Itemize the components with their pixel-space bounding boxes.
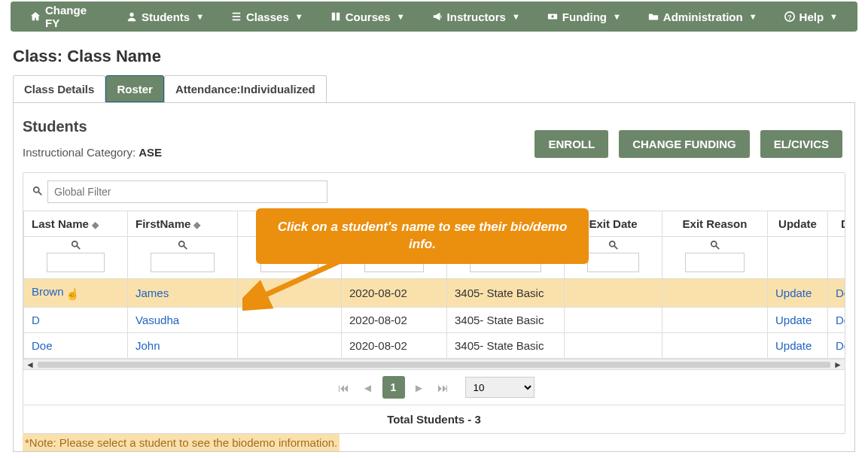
pager-first-icon[interactable]: ⏮ — [334, 376, 354, 399]
global-filter-bar — [23, 173, 845, 211]
sort-icon: ◆ — [92, 220, 99, 230]
svg-point-20 — [609, 241, 614, 247]
pager-prev-icon[interactable]: ◄ — [358, 376, 378, 399]
question-icon: ? — [784, 11, 795, 22]
home-icon — [30, 11, 41, 22]
cell-funding: 3405- State Basic — [447, 308, 565, 333]
pager-last-icon[interactable]: ⏭ — [434, 376, 453, 399]
svg-point-8 — [34, 187, 39, 192]
chevron-down-icon: ▼ — [613, 12, 621, 21]
list-icon — [231, 11, 242, 22]
svg-point-12 — [178, 241, 184, 247]
tab-attendance[interactable]: Attendance:Individualized — [164, 75, 327, 102]
cell-exit-reason — [662, 308, 768, 333]
student-last-name-link[interactable]: Brown — [32, 285, 64, 298]
roster-panel: Students Instructional Category: ASE ENR… — [13, 103, 855, 452]
student-first-name-link[interactable]: John — [136, 339, 160, 352]
filter-exit-date[interactable] — [587, 253, 639, 272]
cell-funding: 3405- State Basic — [447, 279, 565, 308]
pager: ⏮ ◄ 1 ► ⏭ 10 — [23, 369, 845, 405]
update-link[interactable]: Update — [775, 314, 812, 326]
nav-change-fy[interactable]: Change FY — [17, 2, 113, 32]
svg-point-22 — [711, 241, 716, 247]
nav-label: Funding — [562, 11, 607, 23]
cell-exit-reason — [662, 279, 768, 308]
nav-funding[interactable]: Funding ▼ — [534, 2, 635, 32]
col-exit-reason[interactable]: Exit Reason — [662, 211, 768, 237]
nav-label: Help — [799, 11, 824, 23]
update-link[interactable]: Update — [775, 287, 812, 299]
col-first-name[interactable]: FirstName◆ — [128, 211, 238, 237]
pager-current-page: 1 — [382, 376, 405, 399]
filter-exit-reason[interactable] — [685, 253, 745, 272]
enroll-button[interactable]: ENROLL — [535, 130, 608, 158]
horizontal-scrollbar[interactable]: ◄ ► — [23, 359, 845, 369]
nav-students[interactable]: Students ▼ — [113, 2, 218, 32]
global-filter-input[interactable] — [47, 180, 327, 203]
page-size-select[interactable]: 10 — [465, 377, 535, 398]
nav-instructors[interactable]: Instructors ▼ — [419, 2, 534, 32]
nav-label: Instructors — [447, 11, 506, 23]
nav-label: Classes — [246, 11, 289, 23]
svg-line-21 — [614, 246, 617, 249]
svg-line-13 — [183, 246, 186, 249]
total-students: Total Students - 3 — [23, 405, 845, 433]
search-icon — [608, 240, 619, 253]
search-icon — [32, 186, 43, 199]
cell-exit-date — [565, 308, 662, 333]
col-last-name[interactable]: Last Name◆ — [24, 211, 128, 237]
pager-next-icon[interactable]: ► — [410, 376, 429, 399]
book-icon — [330, 11, 341, 22]
bullhorn-icon — [432, 11, 443, 22]
student-last-name-link[interactable]: Doe — [32, 339, 53, 352]
tab-class-details[interactable]: Class Details — [13, 75, 105, 102]
svg-line-24 — [257, 261, 340, 299]
tab-roster[interactable]: Roster — [105, 75, 164, 102]
change-funding-button[interactable]: CHANGE FUNDING — [619, 130, 750, 158]
cell-enroll-date: 2020-08-02 — [342, 333, 447, 359]
cell-mi — [238, 333, 342, 359]
svg-rect-1 — [233, 13, 241, 14]
el-civics-button[interactable]: EL/CIVICS — [760, 130, 842, 158]
scroll-left-icon[interactable]: ◄ — [26, 359, 35, 370]
table-row: DoeJohn2020-08-023405- State BasicUpdate… — [24, 333, 845, 359]
chevron-down-icon: ▼ — [295, 12, 303, 21]
cell-exit-date — [565, 333, 662, 359]
chevron-down-icon: ▼ — [397, 12, 405, 21]
class-tabs: Class Details Roster Attendance:Individu… — [13, 75, 855, 103]
filter-first-name[interactable] — [151, 253, 215, 272]
nav-administration[interactable]: Administration ▼ — [635, 2, 771, 32]
nav-label: Change FY — [45, 4, 99, 29]
svg-rect-3 — [233, 20, 241, 21]
page-title: Class: Class Name — [13, 47, 868, 66]
table-row: DVasudha2020-08-023405- State BasicUpdat… — [24, 308, 845, 333]
cell-enroll-date: 2020-08-02 — [342, 308, 447, 333]
nav-classes[interactable]: Classes ▼ — [218, 2, 317, 32]
filter-last-name[interactable] — [47, 253, 105, 272]
delete-link[interactable]: Delete — [836, 314, 845, 326]
tooltip-text: Click on a student's name to see their b… — [256, 208, 589, 264]
sort-icon: ◆ — [193, 220, 200, 230]
delete-link[interactable]: Delete — [836, 339, 845, 352]
action-buttons: ENROLL CHANGE FUNDING EL/CIVICS — [535, 130, 842, 158]
svg-line-9 — [38, 191, 41, 194]
student-first-name-link[interactable]: Vasudha — [136, 314, 179, 326]
svg-point-10 — [72, 241, 77, 247]
search-icon — [71, 240, 81, 253]
table-row: Brown☝James2020-08-023405- State BasicUp… — [24, 279, 845, 308]
scroll-right-icon[interactable]: ► — [833, 359, 842, 370]
svg-line-23 — [715, 246, 718, 249]
nav-help[interactable]: ? Help ▼ — [771, 2, 851, 32]
scrollbar-track[interactable] — [38, 362, 830, 368]
user-icon — [126, 11, 137, 22]
chevron-down-icon: ▼ — [196, 12, 204, 21]
student-first-name-link[interactable]: James — [136, 287, 169, 299]
col-update: Update — [768, 211, 828, 237]
delete-link[interactable]: Delete — [836, 287, 845, 299]
top-navbar: Change FY Students ▼ Classes ▼ Courses ▼… — [11, 2, 857, 32]
student-last-name-link[interactable]: D — [32, 314, 40, 326]
chevron-down-icon: ▼ — [830, 12, 838, 21]
folder-icon — [648, 11, 659, 22]
update-link[interactable]: Update — [775, 339, 812, 352]
nav-courses[interactable]: Courses ▼ — [317, 2, 419, 32]
